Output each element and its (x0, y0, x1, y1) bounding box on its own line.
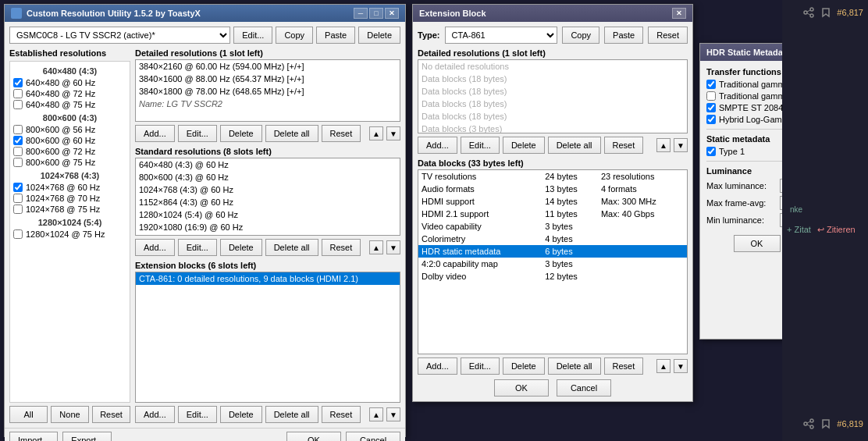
share-icon-2[interactable] (802, 418, 815, 430)
tf-hlg-checkbox[interactable] (706, 115, 716, 124)
standard-reset-button[interactable]: Reset (322, 239, 361, 256)
ext-close-button[interactable]: ✕ (672, 8, 686, 19)
side-link[interactable]: nke (790, 205, 802, 214)
ext-down-button[interactable]: ▼ (386, 407, 400, 421)
cru-ok-button[interactable]: OK (286, 432, 341, 441)
ext-delete-button[interactable]: Delete (220, 406, 262, 423)
none-button[interactable]: None (51, 406, 89, 423)
ext-det-delete-all-button[interactable]: Delete all (548, 137, 601, 154)
ext-detailed-list[interactable]: No detailed resolutions Data blocks (18 … (418, 59, 688, 133)
ext-det-delete-button[interactable]: Delete (503, 137, 545, 154)
ext-add-button[interactable]: Add... (135, 406, 175, 423)
block-info: 4 formats (598, 183, 687, 195)
detailed-up-button[interactable]: ▲ (369, 126, 383, 140)
monitor-select[interactable]: GSMC0C8 - LG TV SSCR2 (active)* (9, 27, 230, 44)
svg-line-3 (807, 10, 810, 12)
res-checkbox-800-60[interactable] (13, 136, 23, 145)
import-button[interactable]: Import... (9, 432, 58, 441)
bookmark-icon-2[interactable] (820, 418, 832, 430)
ext-det-down-button[interactable]: ▼ (674, 138, 688, 152)
established-header: Established resolutions (9, 48, 130, 58)
type-label: Type: (418, 30, 440, 40)
detailed-add-button[interactable]: Add... (135, 125, 175, 142)
minimize-button[interactable]: ─ (354, 8, 368, 19)
standard-delete-all-button[interactable]: Delete all (265, 239, 318, 256)
tf-hdr-checkbox[interactable] (706, 91, 716, 101)
res-checkbox-800-75[interactable] (13, 158, 23, 167)
tf-smpte-checkbox[interactable] (706, 103, 716, 112)
detailed-delete-button[interactable]: Delete (220, 125, 262, 142)
db-up-button[interactable]: ▲ (656, 359, 671, 373)
res-checkbox-640-60[interactable] (13, 78, 23, 87)
export-button[interactable]: Export... (62, 432, 112, 441)
share-icon[interactable] (802, 6, 815, 19)
type-select[interactable]: CTA-861 (445, 27, 558, 44)
data-blocks-table[interactable]: TV resolutions 24 bytes 23 resolutions A… (418, 169, 688, 354)
ext-up-button[interactable]: ▲ (369, 407, 383, 421)
svg-point-2 (810, 14, 813, 17)
ext-det-add-button[interactable]: Add... (418, 137, 457, 154)
block-size: 13 bytes (542, 183, 598, 195)
standard-add-button[interactable]: Add... (135, 239, 175, 256)
ext-det-edit-button[interactable]: Edit... (461, 137, 500, 154)
ext-reset-button[interactable]: Reset (322, 406, 361, 423)
res-checkbox-1024-75[interactable] (13, 204, 23, 214)
established-scroll[interactable]: 640×480 (4:3) 640×480 @ 60 Hz 640×480 @ … (9, 61, 130, 403)
bookmark-icon[interactable] (820, 6, 832, 19)
res-checkbox-800-56[interactable] (13, 125, 23, 134)
block-size: 3 bytes (542, 258, 598, 270)
ext-delete-all-button[interactable]: Delete all (265, 406, 318, 423)
ext-reset-button[interactable]: Reset (648, 27, 688, 44)
sm-type1-checkbox[interactable] (706, 147, 716, 156)
hdr-ok-button[interactable]: OK (734, 235, 781, 252)
ext-edit-button[interactable]: Edit... (178, 406, 217, 423)
res-checkbox-640-75[interactable] (13, 100, 23, 109)
res-checkbox-640-72[interactable] (13, 89, 23, 98)
paste-button[interactable]: Paste (316, 27, 355, 44)
ext-ok-button[interactable]: OK (494, 379, 549, 397)
standard-edit-button[interactable]: Edit... (178, 239, 217, 256)
db-delete-button[interactable]: Delete (503, 357, 545, 375)
ext-det-reset-button[interactable]: Reset (604, 137, 644, 154)
detailed-edit-button[interactable]: Edit... (178, 125, 217, 142)
edit-button[interactable]: Edit... (233, 27, 272, 44)
all-button[interactable]: All (9, 406, 48, 423)
extension-section: Extension blocks (6 slots left) CTA-861:… (135, 261, 400, 423)
detailed-down-button[interactable]: ▼ (386, 126, 400, 140)
ext-copy-button[interactable]: Copy (562, 27, 599, 44)
cru-cancel-button[interactable]: Cancel (346, 432, 400, 441)
db-down-button[interactable]: ▼ (674, 359, 688, 373)
standard-delete-button[interactable]: Delete (220, 239, 262, 256)
res-checkbox-1280-75[interactable] (13, 229, 23, 239)
extension-list[interactable]: CTA-861: 0 detailed resolutions, 9 data … (135, 272, 400, 403)
established-buttons: All None Reset (9, 406, 130, 423)
standard-list[interactable]: 640×480 (4:3) @ 60 Hz 800×600 (4:3) @ 60… (135, 158, 400, 236)
res-checkbox-1024-70[interactable] (13, 194, 23, 203)
maximize-button[interactable]: □ (369, 8, 383, 19)
zitieren-action[interactable]: ↩ Zitieren (817, 225, 856, 235)
db-reset-button[interactable]: Reset (604, 357, 644, 375)
ext-cancel-button[interactable]: Cancel (557, 379, 611, 397)
res-checkbox-1024-60[interactable] (13, 183, 23, 192)
detailed-reset-button[interactable]: Reset (322, 125, 361, 142)
copy-button[interactable]: Copy (276, 27, 313, 44)
res-checkbox-800-72[interactable] (13, 147, 23, 156)
table-row: HDMI 2.1 support 11 bytes Max: 40 Gbps (418, 208, 687, 220)
db-edit-button[interactable]: Edit... (461, 357, 500, 375)
table-row: TV resolutions 24 bytes 23 resolutions (418, 170, 687, 183)
standard-up-button[interactable]: ▲ (369, 240, 383, 254)
delete-button[interactable]: Delete (358, 27, 400, 44)
zitat-action[interactable]: + Zitat (787, 225, 811, 234)
ext-paste-button[interactable]: Paste (604, 27, 643, 44)
res-label: 640×480 @ 75 Hz (26, 100, 95, 109)
detailed-list[interactable]: 3840×2160 @ 60.00 Hz (594.00 MHz) [+/+] … (135, 59, 400, 122)
detailed-delete-all-button[interactable]: Delete all (265, 125, 318, 142)
reset-established-button[interactable]: Reset (92, 406, 130, 423)
db-delete-all-button[interactable]: Delete all (548, 357, 601, 375)
ext-det-up-button[interactable]: ▲ (656, 138, 671, 152)
db-add-button[interactable]: Add... (418, 357, 457, 375)
close-button[interactable]: ✕ (385, 8, 399, 19)
ext-title: Extension Block (419, 9, 672, 18)
standard-down-button[interactable]: ▼ (386, 240, 400, 254)
tf-sdr-checkbox[interactable] (706, 80, 716, 89)
